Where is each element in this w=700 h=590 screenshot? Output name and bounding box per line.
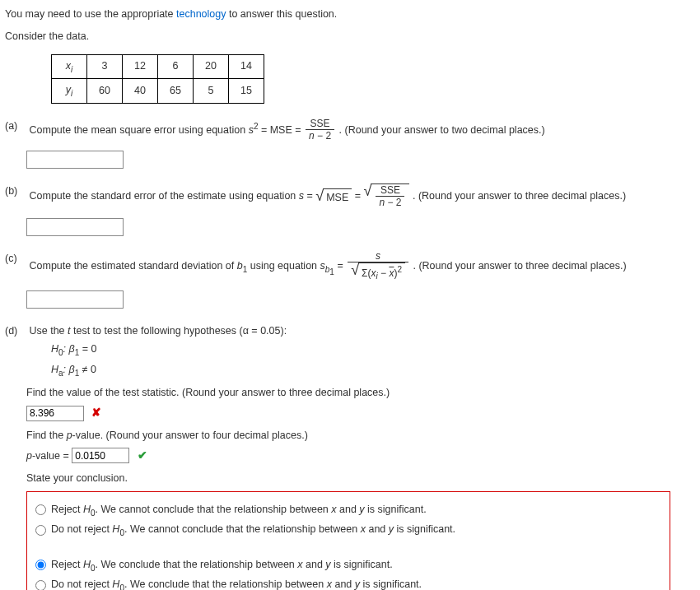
choice-4[interactable]: Do not reject H0. We conclude that the r… <box>35 577 661 590</box>
ha-post: ≠ 0 <box>79 364 96 375</box>
yi-sub: i <box>71 89 72 98</box>
part-d-label: (d) <box>5 323 26 339</box>
c2-tail: is significant. <box>394 523 455 535</box>
c-den-sup: 2 <box>397 265 402 274</box>
cell: 12 <box>123 54 158 79</box>
c3-tail: is significant. <box>331 559 393 570</box>
c-den-mid: − <box>378 267 390 279</box>
c4-tail: is significant. <box>360 578 422 590</box>
c2-and: and <box>366 523 389 535</box>
h0-post: = 0 <box>79 343 96 355</box>
b-frac: SSE n − 2 <box>374 185 406 210</box>
choice-3[interactable]: Reject H0. We conclude that the relation… <box>35 557 661 574</box>
c3-H: H <box>83 559 91 570</box>
a-frac-den: n − 2 <box>306 130 334 143</box>
part-c-text: Compute the estimated standard deviation… <box>29 260 626 272</box>
c1-tail: is significant. <box>365 504 427 515</box>
cell: 3 <box>87 54 123 79</box>
cell: 5 <box>194 79 229 104</box>
c2-post: . We cannot conclude that the relationsh… <box>124 523 361 535</box>
intro-post: to answer this question. <box>226 8 338 20</box>
cell: 15 <box>229 79 264 104</box>
a-pre: Compute the mean square error using equa… <box>29 124 248 136</box>
hypothesis-h0: H0: β1 = 0 <box>51 341 695 359</box>
wrong-icon: ✘ <box>91 406 101 419</box>
d-intro-pre: Use the <box>29 325 68 337</box>
b-den-post: − 2 <box>385 197 401 208</box>
row-head-y: yi <box>52 79 87 104</box>
row-head-x: xi <box>52 54 87 79</box>
t-answer-row: ✘ <box>26 404 695 421</box>
c1-post: . We cannot conclude that the relationsh… <box>96 504 332 515</box>
technology-link[interactable]: technology <box>176 8 226 20</box>
choice-2[interactable]: Do not reject H0. We cannot conclude tha… <box>35 522 661 539</box>
b-radicand1: MSE <box>323 188 352 206</box>
h0-mid: : β <box>63 343 75 355</box>
p-label-p: p <box>26 450 32 462</box>
part-a: (a) Compute the mean square error using … <box>5 118 695 170</box>
c-pre: Compute the estimated standard deviation… <box>29 260 236 272</box>
cell: 65 <box>158 79 194 104</box>
find-p-post: -value. (Round your answer to four decim… <box>72 430 308 441</box>
c-mid: using equation <box>250 260 320 272</box>
c3-pre: Reject <box>51 559 83 570</box>
c-den: √Σ(xi − x)2 <box>348 262 408 281</box>
choice-4-radio[interactable] <box>35 580 46 590</box>
choice-2-radio[interactable] <box>35 525 46 536</box>
choice-1-radio[interactable] <box>35 504 46 515</box>
test-statistic-input[interactable] <box>26 406 84 421</box>
b-eq1: = <box>304 190 315 202</box>
h0-H: H <box>51 343 58 355</box>
c-radicand: Σ(xi − x)2 <box>358 262 405 281</box>
ha-mid: : β <box>63 364 75 375</box>
c4-pre: Do not reject <box>51 578 112 590</box>
find-t-text: Find the value of the test statistic. (R… <box>26 385 695 401</box>
ha-H: H <box>51 364 58 375</box>
a-den-n: n <box>309 130 315 142</box>
data-table: xi 3 12 6 20 14 yi 60 40 65 5 15 <box>51 54 264 104</box>
cell: 14 <box>229 54 264 79</box>
cell: 60 <box>87 79 123 104</box>
b-pre: Compute the standard error of the estima… <box>29 190 298 202</box>
b-post: . (Round your answer to three decimal pl… <box>413 190 626 202</box>
xi-sub: i <box>71 64 72 73</box>
c-rad: √Σ(xi − x)2 <box>351 262 405 281</box>
a-den-post: − 2 <box>315 130 331 142</box>
part-b-text: Compute the standard error of the estima… <box>29 190 626 202</box>
a-sup: 2 <box>254 122 259 131</box>
choice-1[interactable]: Reject H0. We cannot conclude that the r… <box>35 502 661 519</box>
part-c-input[interactable] <box>26 290 124 309</box>
c1-pre: Reject <box>51 504 83 515</box>
correct-icon: ✔ <box>138 448 147 462</box>
consider-line: Consider the data. <box>5 29 695 44</box>
part-d: (d) Use the t test to test the following… <box>5 323 695 590</box>
part-b-label: (b) <box>5 184 26 199</box>
b-rad2: √ SSE n − 2 <box>364 184 410 210</box>
c-b1: 1 <box>243 265 248 274</box>
cell: 20 <box>194 54 229 79</box>
part-a-input[interactable] <box>26 151 124 169</box>
part-a-text: Compute the mean square error using equa… <box>29 124 544 136</box>
cell: 6 <box>158 54 194 79</box>
part-c-label: (c) <box>5 251 26 267</box>
p-value-input[interactable] <box>72 448 129 463</box>
part-d-intro: Use the t test to test the following hyp… <box>29 325 287 337</box>
c-frac: s √Σ(xi − x)2 <box>346 251 410 282</box>
b-eq2: = <box>355 190 364 202</box>
find-p-p: p <box>67 430 72 441</box>
part-a-label: (a) <box>5 118 26 134</box>
cell: 40 <box>123 79 158 104</box>
choice-3-label: Reject H0. We conclude that the relation… <box>51 557 393 574</box>
b-radicand2: SSE n − 2 <box>371 184 409 210</box>
choice-3-radio[interactable] <box>35 560 46 570</box>
choice-2-label: Do not reject H0. We cannot conclude tha… <box>51 522 455 539</box>
part-b: (b) Compute the standard error of the es… <box>5 184 695 236</box>
p-label-post: -value = <box>32 450 72 462</box>
c3-and: and <box>303 559 326 570</box>
find-p-text: Find the p-value. (Round your answer to … <box>26 428 695 444</box>
part-b-input[interactable] <box>26 218 124 236</box>
c1-and: and <box>337 504 360 515</box>
intro-line: You may need to use the appropriate tech… <box>5 7 695 22</box>
b-frac-num: SSE <box>376 185 404 197</box>
choice-4-label: Do not reject H0. We conclude that the r… <box>51 577 422 590</box>
